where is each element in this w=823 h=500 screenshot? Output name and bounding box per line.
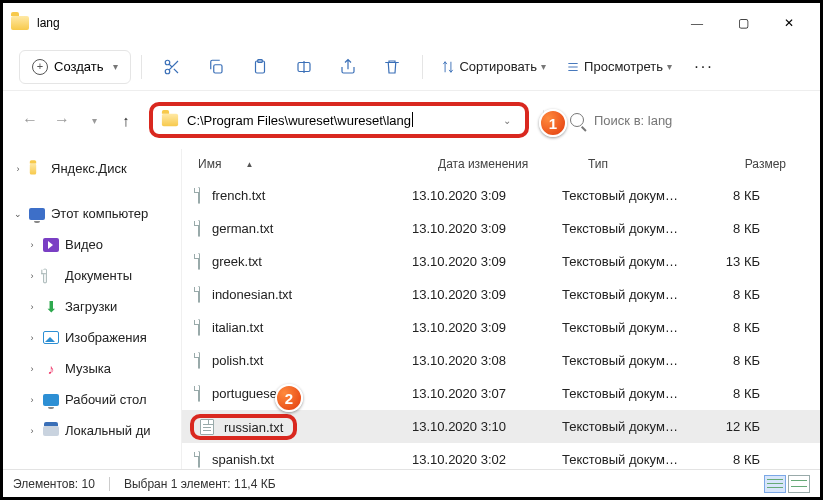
- close-button[interactable]: ✕: [766, 7, 812, 39]
- file-name: russian.txt: [198, 414, 412, 440]
- thumbnails-view-button[interactable]: [788, 475, 810, 493]
- file-list: Имя▲ Дата изменения Тип Размер french.tx…: [181, 149, 820, 469]
- file-name: french.txt: [198, 188, 412, 203]
- address-bar-row: ← → ▾ ↑ C:\Program Files\wureset\wureset…: [3, 91, 820, 149]
- up-button[interactable]: ↑: [117, 112, 135, 129]
- yadisk-icon: [29, 161, 45, 177]
- expander-icon[interactable]: ›: [27, 426, 37, 436]
- file-row[interactable]: greek.txt13.10.2020 3:09Текстовый докум……: [182, 245, 820, 278]
- minimize-button[interactable]: —: [674, 7, 720, 39]
- file-date: 13.10.2020 3:09: [412, 254, 562, 269]
- scissors-icon: [163, 58, 181, 76]
- file-name: german.txt: [198, 221, 412, 236]
- address-bar[interactable]: C:\Program Files\wureset\wureset\lang ⌄: [149, 102, 529, 138]
- file-size: 8 КБ: [702, 386, 772, 401]
- tree-item-pictures[interactable]: ›Изображения: [9, 322, 175, 353]
- copy-button[interactable]: [196, 49, 236, 85]
- chevron-down-icon: ▾: [541, 61, 546, 72]
- tree-item-label: Документы: [65, 268, 132, 283]
- expander-icon[interactable]: ›: [27, 364, 37, 374]
- file-date: 13.10.2020 3:07: [412, 386, 562, 401]
- file-row[interactable]: french.txt13.10.2020 3:09Текстовый докум…: [182, 179, 820, 212]
- file-date: 13.10.2020 3:09: [412, 221, 562, 236]
- window-controls: — ▢ ✕: [674, 7, 812, 39]
- cut-button[interactable]: [152, 49, 192, 85]
- title-bar: lang — ▢ ✕: [3, 3, 820, 43]
- back-button[interactable]: ←: [21, 111, 39, 129]
- col-name: Имя▲: [198, 157, 438, 171]
- search-box[interactable]: Поиск в: lang: [558, 104, 802, 136]
- forward-button[interactable]: →: [53, 111, 71, 129]
- tree-item-pc[interactable]: ⌄Этот компьютер: [9, 198, 175, 229]
- tree-item-desktop[interactable]: ›Рабочий стол: [9, 384, 175, 415]
- file-row[interactable]: italian.txt13.10.2020 3:09Текстовый доку…: [182, 311, 820, 344]
- maximize-button[interactable]: ▢: [720, 7, 766, 39]
- delete-button[interactable]: [372, 49, 412, 85]
- file-size: 8 КБ: [702, 221, 772, 236]
- video-icon: [43, 237, 59, 253]
- nav-pane[interactable]: ›Яндекс.Диск⌄Этот компьютер›Видео›Докуме…: [3, 149, 181, 469]
- file-name: indonesian.txt: [198, 287, 412, 302]
- expander-icon[interactable]: ›: [27, 333, 37, 343]
- expander-icon[interactable]: ›: [27, 395, 37, 405]
- file-row[interactable]: indonesian.txt13.10.2020 3:09Текстовый д…: [182, 278, 820, 311]
- file-row[interactable]: russian.txt13.10.2020 3:10Текстовый доку…: [182, 410, 820, 443]
- column-headers[interactable]: Имя▲ Дата изменения Тип Размер: [182, 149, 820, 179]
- tree-item-label: Изображения: [65, 330, 147, 345]
- sort-asc-icon: ▲: [245, 160, 253, 169]
- expander-icon[interactable]: ›: [27, 271, 37, 281]
- separator: [141, 55, 142, 79]
- tree-item-yadisk[interactable]: ›Яндекс.Диск: [9, 153, 175, 184]
- share-icon: [339, 58, 357, 76]
- file-icon: [198, 385, 200, 402]
- tree-item-downloads[interactable]: ›⬇Загрузки: [9, 291, 175, 322]
- tree-item-label: Рабочий стол: [65, 392, 147, 407]
- tree-item-drive[interactable]: ›Локальный ди: [9, 415, 175, 446]
- drive-icon: [43, 423, 59, 439]
- svg-point-1: [166, 69, 171, 74]
- expander-icon[interactable]: ›: [27, 240, 37, 250]
- view-mode-buttons: [764, 475, 810, 493]
- search-placeholder: Поиск в: lang: [594, 113, 672, 128]
- chevron-down-icon[interactable]: ⌄: [497, 115, 517, 126]
- share-button[interactable]: [328, 49, 368, 85]
- file-type: Текстовый докум…: [562, 188, 702, 203]
- file-row[interactable]: polish.txt13.10.2020 3:08Текстовый докум…: [182, 344, 820, 377]
- more-button[interactable]: ···: [684, 49, 724, 85]
- music-icon: ♪: [43, 361, 59, 377]
- sort-button[interactable]: Сортировать ▾: [433, 49, 554, 85]
- file-icon: [198, 319, 200, 336]
- file-row[interactable]: german.txt13.10.2020 3:09Текстовый докум…: [182, 212, 820, 245]
- path-text: C:\Program Files\wureset\wureset\lang: [187, 112, 497, 128]
- file-name: greek.txt: [198, 254, 412, 269]
- file-size: 13 КБ: [702, 254, 772, 269]
- tree-item-video[interactable]: ›Видео: [9, 229, 175, 260]
- main-area: ›Яндекс.Диск⌄Этот компьютер›Видео›Докуме…: [3, 149, 820, 469]
- view-button[interactable]: Просмотреть ▾: [558, 49, 680, 85]
- tree-item-label: Загрузки: [65, 299, 117, 314]
- history-chevron[interactable]: ▾: [85, 115, 103, 126]
- file-date: 13.10.2020 3:09: [412, 188, 562, 203]
- rename-button[interactable]: [284, 49, 324, 85]
- file-name: spanish.txt: [198, 452, 412, 467]
- tree-item-docs[interactable]: ›Документы: [9, 260, 175, 291]
- sort-icon: [441, 58, 455, 76]
- svg-rect-2: [214, 64, 222, 72]
- tree-item-label: Этот компьютер: [51, 206, 148, 221]
- file-icon: [198, 220, 200, 237]
- new-button[interactable]: + Создать ▾: [19, 50, 131, 84]
- file-name: portuguese.txt: [198, 386, 412, 401]
- annotation-badge-1: 1: [539, 109, 567, 137]
- expander-icon[interactable]: ›: [13, 164, 23, 174]
- expander-icon[interactable]: ›: [27, 302, 37, 312]
- file-date: 13.10.2020 3:08: [412, 353, 562, 368]
- tree-item-music[interactable]: ›♪Музыка: [9, 353, 175, 384]
- plus-icon: +: [32, 59, 48, 75]
- details-view-button[interactable]: [764, 475, 786, 493]
- annotation-badge-2: 2: [275, 384, 303, 412]
- col-date: Дата изменения: [438, 157, 588, 171]
- paste-button[interactable]: [240, 49, 280, 85]
- file-name: polish.txt: [198, 353, 412, 368]
- expander-icon[interactable]: ⌄: [13, 209, 23, 219]
- col-size: Размер: [728, 157, 798, 171]
